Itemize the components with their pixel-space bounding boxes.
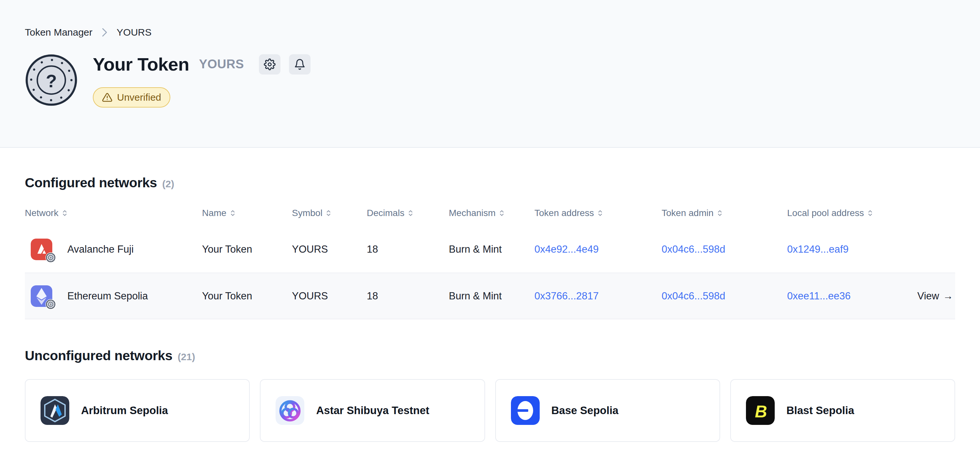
column-label: Symbol bbox=[292, 208, 322, 218]
token-ticker: YOURS bbox=[199, 57, 244, 71]
unknown-token-mini-badge: ? bbox=[45, 252, 56, 263]
network-card-label: Arbitrum Sepolia bbox=[81, 404, 168, 417]
unconfigured-networks-count: (21) bbox=[178, 351, 195, 362]
token-name-cell: Your Token bbox=[202, 243, 292, 255]
table-row-ethereum-sepolia[interactable]: ? Ethereum Sepolia Your Token YOURS 18 B… bbox=[25, 273, 955, 319]
local-pool-address-link[interactable]: 0x1249...eaf9 bbox=[787, 243, 849, 255]
question-mark-glyph: ? bbox=[50, 303, 51, 306]
network-card-base-sepolia[interactable]: Base Sepolia bbox=[495, 379, 720, 442]
local-pool-address-link[interactable]: 0xee11...ee36 bbox=[787, 290, 851, 302]
column-label: Token admin bbox=[662, 208, 714, 218]
notifications-button[interactable] bbox=[289, 54, 310, 75]
network-card-astar-shibuya-testnet[interactable]: Astar Shibuya Testnet bbox=[260, 379, 485, 442]
column-label: Network bbox=[25, 208, 59, 218]
configured-networks-table: Network Name Symbol Decimals Mechanism T… bbox=[25, 200, 955, 319]
column-label: Name bbox=[202, 208, 226, 218]
astar-network-icon bbox=[275, 396, 304, 425]
column-label: Token address bbox=[535, 208, 594, 218]
column-header-token-address[interactable]: Token address bbox=[535, 208, 662, 218]
token-symbol-cell: YOURS bbox=[292, 243, 367, 255]
view-label: View bbox=[917, 290, 939, 302]
column-label: Decimals bbox=[367, 208, 404, 218]
column-header-name[interactable]: Name bbox=[202, 208, 292, 218]
sort-icon bbox=[230, 209, 236, 217]
configured-networks-title: Configured networks bbox=[25, 175, 157, 191]
token-admin-link[interactable]: 0x04c6...598d bbox=[662, 290, 725, 302]
question-mark-glyph: ? bbox=[46, 71, 57, 91]
bell-icon bbox=[294, 59, 305, 70]
column-header-local-pool-address[interactable]: Local pool address bbox=[787, 208, 917, 218]
sort-icon bbox=[867, 209, 873, 217]
unknown-token-avatar: ? bbox=[25, 54, 78, 106]
table-row-avalanche-fuji[interactable]: ? Avalanche Fuji Your Token YOURS 18 Bur… bbox=[25, 226, 955, 273]
arrow-right-icon: → bbox=[943, 290, 953, 302]
column-header-mechanism[interactable]: Mechanism bbox=[449, 208, 535, 218]
warning-triangle-icon bbox=[102, 92, 113, 103]
token-decimals-cell: 18 bbox=[367, 243, 449, 255]
sort-icon bbox=[499, 209, 505, 217]
token-admin-link[interactable]: 0x04c6...598d bbox=[662, 243, 725, 255]
view-button[interactable]: View → bbox=[917, 290, 955, 302]
mechanism-cell: Burn & Mint bbox=[449, 290, 535, 302]
sort-icon bbox=[326, 209, 331, 217]
sort-icon bbox=[717, 209, 723, 217]
unknown-token-mini-badge: ? bbox=[45, 299, 56, 310]
column-header-network[interactable]: Network bbox=[25, 208, 202, 218]
token-decimals-cell: 18 bbox=[367, 290, 449, 302]
column-header-token-admin[interactable]: Token admin bbox=[662, 208, 787, 218]
mechanism-cell: Burn & Mint bbox=[449, 243, 535, 255]
column-label: Mechanism bbox=[449, 208, 496, 218]
token-header-section: Token Manager YOURS ? Your Token YOURS bbox=[0, 0, 980, 148]
breadcrumb: Token Manager YOURS bbox=[25, 27, 955, 38]
network-name: Avalanche Fuji bbox=[67, 243, 134, 255]
column-label: Local pool address bbox=[787, 208, 864, 218]
question-mark-glyph: ? bbox=[50, 256, 51, 259]
column-header-symbol[interactable]: Symbol bbox=[292, 208, 367, 218]
settings-button[interactable] bbox=[259, 54, 280, 75]
token-address-link[interactable]: 0x3766...2817 bbox=[535, 290, 599, 302]
unconfigured-networks-title: Unconfigured networks bbox=[25, 348, 173, 364]
unconfigured-networks-heading: Unconfigured networks (21) bbox=[25, 348, 955, 364]
column-header-decimals[interactable]: Decimals bbox=[367, 208, 449, 218]
token-name-cell: Your Token bbox=[202, 290, 292, 302]
network-name: Ethereum Sepolia bbox=[67, 290, 148, 302]
network-card-label: Base Sepolia bbox=[552, 404, 619, 417]
blast-letter-glyph: B bbox=[755, 402, 767, 421]
sort-icon bbox=[597, 209, 603, 217]
sort-icon bbox=[62, 209, 68, 217]
network-card-label: Blast Sepolia bbox=[786, 404, 854, 417]
unconfigured-networks-grid: Arbitrum Sepolia Astar Shibuya Testnet bbox=[25, 379, 955, 442]
base-network-icon bbox=[511, 396, 540, 425]
unverified-badge: Unverified bbox=[93, 87, 170, 108]
network-card-label: Astar Shibuya Testnet bbox=[316, 404, 429, 417]
blast-network-icon: B bbox=[746, 396, 775, 425]
unverified-badge-label: Unverified bbox=[117, 92, 161, 103]
arbitrum-network-icon bbox=[41, 396, 69, 425]
network-card-blast-sepolia[interactable]: B Blast Sepolia bbox=[730, 379, 955, 442]
table-header-row: Network Name Symbol Decimals Mechanism T… bbox=[25, 200, 955, 226]
network-card-arbitrum-sepolia[interactable]: Arbitrum Sepolia bbox=[25, 379, 250, 442]
breadcrumb-current-page: YOURS bbox=[117, 27, 152, 38]
token-address-link[interactable]: 0x4e92...4e49 bbox=[535, 243, 599, 255]
configured-networks-heading: Configured networks (2) bbox=[25, 175, 955, 191]
sort-icon bbox=[407, 209, 414, 217]
page-title: Your Token bbox=[93, 54, 189, 75]
gear-icon bbox=[264, 59, 275, 70]
token-symbol-cell: YOURS bbox=[292, 290, 367, 302]
chevron-right-icon bbox=[101, 27, 108, 37]
configured-networks-count: (2) bbox=[162, 178, 174, 189]
breadcrumb-token-manager-link[interactable]: Token Manager bbox=[25, 27, 92, 38]
